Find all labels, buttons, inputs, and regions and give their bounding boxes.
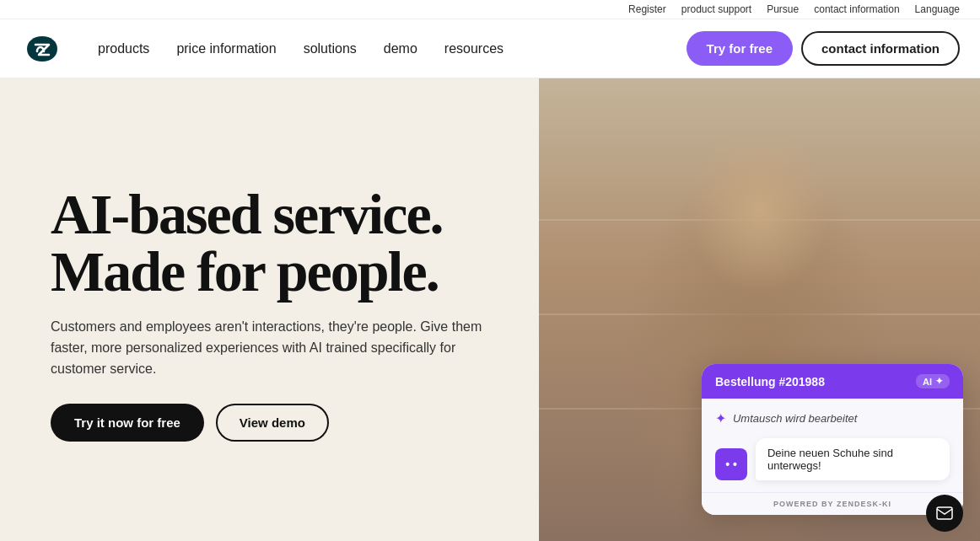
nav-links: products price information solutions dem… bbox=[98, 41, 687, 56]
nav-cta: Try for free contact information bbox=[687, 31, 960, 66]
product-support-link[interactable]: product support bbox=[681, 3, 751, 15]
ai-star-icon: ✦ bbox=[935, 376, 943, 387]
contact-info-topbar-link[interactable]: contact information bbox=[814, 3, 899, 15]
svg-rect-0 bbox=[937, 507, 952, 519]
sparkle-icon: ✦ bbox=[715, 410, 726, 426]
chat-message-bubble: Deine neuen Schuhe sind unterwegs! bbox=[756, 438, 950, 480]
chat-status-text: Umtausch wird bearbeitet bbox=[733, 412, 857, 425]
language-link[interactable]: Language bbox=[915, 3, 960, 15]
hero-title-line1: AI-based service. bbox=[51, 182, 443, 246]
demo-nav[interactable]: demo bbox=[384, 41, 417, 56]
email-icon bbox=[936, 506, 953, 520]
zendesk-logo[interactable] bbox=[20, 33, 64, 65]
hero-image-block: Bestellung #201988 AI ✦ ✦ Umtausch wird … bbox=[539, 78, 980, 541]
hero-buttons: Try it now for free View demo bbox=[51, 404, 505, 442]
hero-subtitle: Customers and employees aren't interacti… bbox=[51, 317, 489, 379]
resources-nav[interactable]: resources bbox=[444, 41, 503, 56]
try-for-free-button[interactable]: Try for free bbox=[687, 31, 793, 66]
pursue-link[interactable]: Pursue bbox=[767, 3, 799, 15]
chat-header: Bestellung #201988 AI ✦ bbox=[702, 364, 963, 399]
float-email-button[interactable] bbox=[926, 495, 963, 532]
try-now-button[interactable]: Try it now for free bbox=[51, 404, 204, 442]
hero-title: AI-based service. Made for people. bbox=[51, 185, 505, 300]
ai-label: AI bbox=[923, 377, 932, 387]
chat-order-id: Bestellung #201988 bbox=[715, 375, 825, 388]
products-nav[interactable]: products bbox=[98, 41, 149, 56]
chat-footer: POWERED BY ZENDESK-KI bbox=[702, 492, 963, 515]
top-utility-bar: Register product support Pursue contact … bbox=[0, 0, 980, 19]
contact-information-button[interactable]: contact information bbox=[801, 31, 960, 66]
hero-section: AI-based service. Made for people. Custo… bbox=[0, 78, 980, 541]
chat-avatar: • • bbox=[715, 448, 747, 480]
chat-message-row: • • Deine neuen Schuhe sind unterwegs! bbox=[715, 438, 950, 480]
avatar-dots: • • bbox=[725, 458, 737, 471]
chat-message-text: Deine neuen Schuhe sind unterwegs! bbox=[767, 447, 893, 472]
chat-powered-by: POWERED BY ZENDESK-KI bbox=[773, 500, 891, 508]
chat-body: ✦ Umtausch wird bearbeitet • • Deine neu… bbox=[702, 399, 963, 492]
hero-text-block: AI-based service. Made for people. Custo… bbox=[0, 78, 539, 541]
view-demo-button[interactable]: View demo bbox=[216, 404, 329, 442]
ai-badge: AI ✦ bbox=[916, 374, 950, 388]
price-information-nav[interactable]: price information bbox=[176, 41, 276, 56]
register-link[interactable]: Register bbox=[628, 3, 666, 15]
chat-widget: Bestellung #201988 AI ✦ ✦ Umtausch wird … bbox=[702, 364, 963, 515]
main-navbar: products price information solutions dem… bbox=[0, 19, 980, 78]
solutions-nav[interactable]: solutions bbox=[304, 41, 357, 56]
chat-status: ✦ Umtausch wird bearbeitet bbox=[715, 410, 950, 426]
hero-title-line2: Made for people. bbox=[51, 239, 439, 303]
